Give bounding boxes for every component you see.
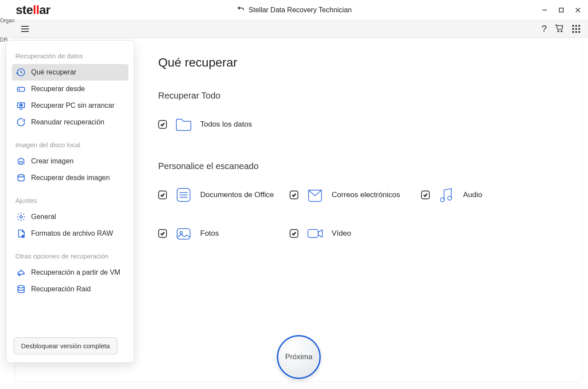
svg-point-17 <box>19 89 20 90</box>
document-icon <box>173 184 194 205</box>
sidebar-panel: Recuperación de datos Qué recuperar Recu… <box>6 40 134 363</box>
sidebar-item-label: Recuperar PC sin arrancar <box>31 102 114 110</box>
sidebar-item-what-to-recover[interactable]: Qué recuperar <box>12 64 128 81</box>
toolbar: ? <box>0 20 588 38</box>
page-title: Qué recuperar <box>158 56 565 70</box>
option-label: Vídeo <box>332 229 351 238</box>
option-label: Correos electrónicos <box>332 191 400 199</box>
sidebar-item-nonbooting-pc[interactable]: Recuperar PC sin arrancar <box>12 97 128 114</box>
sidebar-item-label: General <box>31 213 56 221</box>
drive-icon <box>16 84 26 94</box>
help-button[interactable]: ? <box>542 23 547 35</box>
sidebar-item-label: Qué recuperar <box>31 68 76 76</box>
sidebar-item-label: Reanudar recuperación <box>31 118 104 126</box>
sidebar-item-recover-from[interactable]: Recuperar desde <box>12 81 128 97</box>
envelope-icon <box>305 184 326 205</box>
recover-image-icon <box>16 173 26 183</box>
section-heading-custom: Personalice el escaneado <box>158 161 565 171</box>
option-photos[interactable]: Fotos <box>158 223 276 244</box>
sidebar-section-title: Ajustes <box>12 194 128 209</box>
sidebar-item-general-settings[interactable]: General <box>12 209 128 225</box>
option-label: Fotos <box>200 229 219 238</box>
sidebar-section-title: Otras opciones de recuperación <box>12 250 128 264</box>
checkbox-icon[interactable] <box>290 229 298 238</box>
svg-point-5 <box>561 30 562 32</box>
svg-point-13 <box>180 231 183 234</box>
checkbox-icon[interactable] <box>290 191 298 199</box>
cart-button[interactable] <box>555 23 564 35</box>
create-image-icon <box>16 156 26 166</box>
svg-rect-16 <box>18 87 25 91</box>
svg-point-23 <box>18 175 25 177</box>
sidebar-item-vm-recovery[interactable]: Recuperación a partir de VM <box>12 264 128 281</box>
option-office-documents[interactable]: Documentos de Office <box>158 184 276 205</box>
option-label: Documentos de Office <box>200 191 274 199</box>
pc-noboot-icon <box>16 101 26 110</box>
svg-point-28 <box>19 274 21 276</box>
photo-icon <box>173 223 194 244</box>
sidebar-section-title: Imagen del disco local <box>12 138 128 153</box>
option-emails[interactable]: Correos electrónicos <box>290 184 408 205</box>
sidebar-item-label: Recuperar desde imagen <box>31 174 110 182</box>
app-logo: stellar <box>16 3 50 17</box>
vm-icon <box>16 268 26 277</box>
svg-point-4 <box>558 30 559 32</box>
svg-rect-1 <box>560 8 563 12</box>
resume-icon <box>16 117 26 127</box>
sidebar-item-label: Crear imagen <box>31 157 74 165</box>
sidebar-section-title: Recuperación de datos <box>12 50 128 64</box>
minimize-button[interactable] <box>542 7 548 13</box>
back-icon[interactable] <box>236 4 245 15</box>
sidebar-item-label: Recuperación a partir de VM <box>31 269 120 276</box>
unlock-full-version-button[interactable]: Desbloquear versión completa <box>14 337 117 354</box>
video-icon <box>305 223 326 244</box>
next-button[interactable]: Próxima <box>277 335 321 379</box>
folder-icon <box>173 114 194 135</box>
option-video[interactable]: Vídeo <box>290 223 408 244</box>
sidebar-item-label: Recuperar desde <box>31 85 85 93</box>
maximize-button[interactable] <box>558 7 564 13</box>
menu-hamburger-button[interactable] <box>21 26 29 32</box>
option-all-data[interactable]: Todos los datos <box>158 114 276 135</box>
titlebar: stellar Stellar Data Recovery Technician <box>0 0 588 20</box>
sidebar-item-label: Formatos de archivo RAW <box>31 230 113 237</box>
sidebar-item-raid-recovery[interactable]: Recuperación Raid <box>12 281 128 297</box>
svg-point-24 <box>20 216 22 218</box>
svg-point-30 <box>18 286 25 288</box>
checkbox-icon[interactable] <box>158 191 167 199</box>
sidebar-item-resume-recovery[interactable]: Reanudar recuperación <box>12 114 128 131</box>
sidebar-item-label: Recuperación Raid <box>31 285 91 293</box>
checkbox-icon[interactable] <box>158 120 167 129</box>
sidebar-item-create-image[interactable]: Crear imagen <box>12 153 128 170</box>
section-heading-all: Recuperar Todo <box>158 91 565 101</box>
raid-icon <box>16 284 26 294</box>
sidebar-item-raw-formats[interactable]: Formatos de archivo RAW <box>12 225 128 242</box>
file-icon <box>16 229 26 238</box>
option-label: Audio <box>463 191 482 199</box>
svg-rect-22 <box>20 162 22 164</box>
option-audio[interactable]: Audio <box>421 184 500 205</box>
apps-grid-button[interactable] <box>572 25 580 33</box>
svg-rect-12 <box>177 229 190 239</box>
gear-icon <box>16 212 26 222</box>
checkbox-icon[interactable] <box>421 191 430 199</box>
close-button[interactable] <box>575 7 581 13</box>
checkbox-icon[interactable] <box>158 229 167 238</box>
sidebar-item-recover-from-image[interactable]: Recuperar desde imagen <box>12 170 128 186</box>
music-note-icon <box>436 184 457 205</box>
option-label: Todos los datos <box>200 120 252 129</box>
restore-icon <box>16 67 26 77</box>
app-title: Stellar Data Recovery Technician <box>248 6 351 14</box>
svg-rect-14 <box>308 230 319 237</box>
